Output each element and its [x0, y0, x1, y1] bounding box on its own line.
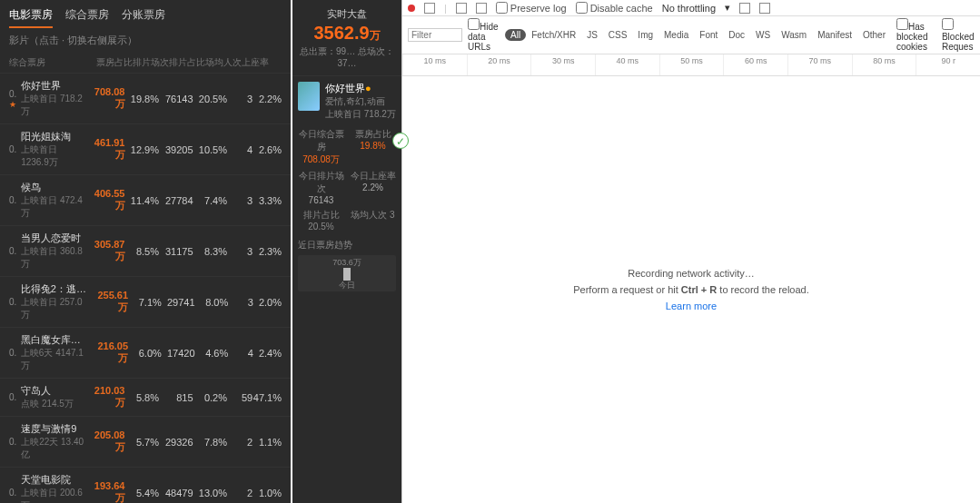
box-value: 708.08万: [85, 86, 124, 111]
avg-value: 4: [228, 348, 253, 359]
tab-total-boxoffice[interactable]: 综合票房: [65, 7, 109, 28]
rank: 0.: [9, 437, 21, 447]
timeline-ruler[interactable]: 10 ms20 ms30 ms40 ms50 ms60 ms70 ms80 ms…: [402, 54, 980, 76]
timeline-tick: 60 ms: [723, 54, 787, 75]
table-row[interactable]: 0. 当男人恋爱时上映首日 360.8万 305.87万 8.5% 31175 …: [0, 225, 291, 276]
filter-type-all[interactable]: All: [505, 29, 526, 41]
timeline-tick: 80 ms: [852, 54, 916, 75]
clear-icon[interactable]: [424, 3, 435, 14]
hint-text: 影片（点击 · 切换右侧展示）: [9, 34, 282, 47]
box-value: 210.03万: [85, 385, 124, 409]
filter-type-ws[interactable]: WS: [750, 29, 776, 41]
table-row[interactable]: 0. 黑白魔女库伊拉上映6天 4147.1万 216.05万 6.0% 1742…: [0, 327, 291, 378]
preserve-log-checkbox[interactable]: Preserve log: [496, 2, 567, 14]
filter-type-manifest[interactable]: Manifest: [812, 29, 857, 41]
shows-value: 39205: [159, 144, 193, 155]
filter-type-wasm[interactable]: Wasm: [776, 29, 812, 41]
box-value: 205.08万: [85, 429, 124, 454]
trend-value: 703.6万: [298, 255, 396, 269]
seat-value: 3.3%: [252, 195, 282, 206]
showshare-value: 7.8%: [193, 437, 228, 448]
filter-type-doc[interactable]: Doc: [723, 29, 750, 41]
column-headers: 综合票房 票房占比 排片场次 排片占比 场均人次 上座率: [0, 53, 291, 73]
blocked-requests-checkbox[interactable]: Blocked Reques: [942, 18, 975, 52]
table-row[interactable]: 0. 阳光姐妹淘上映首日 1236.9万 461.91万 12.9% 39205…: [0, 123, 291, 174]
hide-dataurls-checkbox[interactable]: Hide data URLs: [468, 18, 500, 52]
table-row[interactable]: 0. 天堂电影院上映首日 200.6万 193.64万 5.4% 48479 1…: [0, 467, 291, 503]
avg-value: 3: [227, 195, 252, 206]
timeline-tick: 10 ms: [402, 54, 467, 75]
shows-value: 17420: [162, 348, 195, 359]
rank: 0.: [9, 144, 21, 154]
filter-type-img[interactable]: Img: [632, 29, 658, 41]
shows-value: 815: [159, 392, 193, 403]
download-icon[interactable]: [759, 3, 770, 14]
timeline-tick: 40 ms: [595, 54, 659, 75]
seat-value: 2.3%: [252, 246, 282, 257]
showshare-value: 8.3%: [193, 246, 228, 257]
table-row[interactable]: 0.★ 你好世界上映首日 718.2万 708.08万 19.8% 76143 …: [0, 73, 291, 123]
search-icon[interactable]: [476, 3, 487, 14]
filter-type-js[interactable]: JS: [581, 29, 603, 41]
box-value: 216.05万: [90, 340, 128, 365]
share-value: 8.5%: [125, 246, 160, 257]
avg-value: 3: [228, 297, 253, 308]
timeline-tick: 50 ms: [659, 54, 724, 75]
share-value: 12.9%: [125, 144, 160, 155]
filter-toggle-icon[interactable]: [456, 3, 467, 14]
avg-value: 2: [227, 488, 252, 498]
stat-cell: 今日上座率2.2%: [350, 170, 396, 205]
check-icon: ✓: [392, 133, 409, 149]
poster-image: [298, 82, 320, 111]
seat-value: 2.0%: [253, 297, 282, 308]
filter-type-font[interactable]: Font: [694, 29, 723, 41]
network-empty-state: Recording network activity… Perform a re…: [402, 76, 980, 503]
filter-type-other[interactable]: Other: [857, 29, 891, 41]
share-value: 5.8%: [125, 392, 160, 403]
realtime-total: 3562.9万: [298, 23, 396, 44]
learn-more-link[interactable]: Learn more: [666, 301, 717, 311]
table-row[interactable]: 0. 守岛人点映 214.5万 210.03万 5.8% 815 0.2% 59…: [0, 378, 291, 416]
realtime-panel: 实时大盘 3562.9万 总出票：99… 总场次：37… ✓ 你好世界● 爱情,…: [292, 0, 401, 503]
share-value: 19.8%: [125, 94, 160, 104]
share-value: 5.4%: [125, 488, 160, 498]
realtime-header: 实时大盘 3562.9万 总出票：99… 总场次：37…: [292, 0, 401, 76]
rank: 0.: [9, 488, 21, 498]
filter-input[interactable]: [408, 28, 462, 42]
seat-value: 1.0%: [252, 488, 282, 498]
stat-cell: 票房占比19.8%: [350, 128, 396, 166]
chevron-down-icon[interactable]: ▾: [725, 2, 730, 14]
throttling-select[interactable]: No throttling: [662, 3, 716, 14]
trend-bar: [343, 268, 351, 281]
tab-split-boxoffice[interactable]: 分账票房: [122, 7, 165, 28]
card-header: 你好世界● 爱情,奇幻,动画 上映首日 718.2万: [298, 82, 396, 121]
rank: 0.: [9, 348, 21, 358]
filter-type-fetch/xhr[interactable]: Fetch/XHR: [526, 29, 581, 41]
shows-value: 76143: [159, 94, 193, 104]
upload-icon[interactable]: [739, 3, 750, 14]
movie-title-cell: 候鸟上映首日 472.4万: [21, 181, 85, 220]
showshare-value: 7.4%: [193, 195, 228, 206]
blocked-cookies-checkbox[interactable]: Has blocked cookies: [896, 18, 936, 52]
realtime-label: 实时大盘: [298, 7, 396, 21]
realtime-summary: 总出票：99… 总场次：37…: [298, 45, 396, 68]
rank: 0.★: [9, 89, 21, 109]
filter-type-media[interactable]: Media: [658, 29, 694, 41]
tabs: 电影票房 综合票房 分账票房: [9, 7, 282, 28]
table-row[interactable]: 0. 速度与激情9上映22天 13.40亿 205.08万 5.7% 29326…: [0, 416, 291, 467]
box-value: 406.55万: [85, 188, 124, 212]
avg-value: 59: [227, 392, 252, 403]
filter-type-css[interactable]: CSS: [603, 29, 633, 41]
disable-cache-checkbox[interactable]: Disable cache: [576, 2, 653, 14]
record-icon[interactable]: [408, 5, 415, 12]
table-row[interactable]: 0. 比得兔2：逃跑计划上映首日 257.0万 255.61万 7.1% 297…: [0, 276, 291, 327]
table-row[interactable]: 0. 候鸟上映首日 472.4万 406.55万 11.4% 27784 7.4…: [0, 174, 291, 225]
movie-title-cell: 你好世界上映首日 718.2万: [21, 79, 85, 118]
stat-grid: 今日综合票房708.08万票房占比19.8%今日排片场次76143今日上座率2.…: [298, 128, 396, 232]
movie-list[interactable]: 0.★ 你好世界上映首日 718.2万 708.08万 19.8% 76143 …: [0, 73, 291, 503]
trend-label: 近日票房趋势: [298, 239, 396, 252]
avg-value: 2: [227, 437, 252, 448]
boxoffice-panel: 电影票房 综合票房 分账票房 影片（点击 · 切换右侧展示） 综合票房 票房占比…: [0, 0, 291, 503]
tab-movie-boxoffice[interactable]: 电影票房: [9, 7, 53, 28]
shows-value: 29741: [162, 297, 195, 308]
